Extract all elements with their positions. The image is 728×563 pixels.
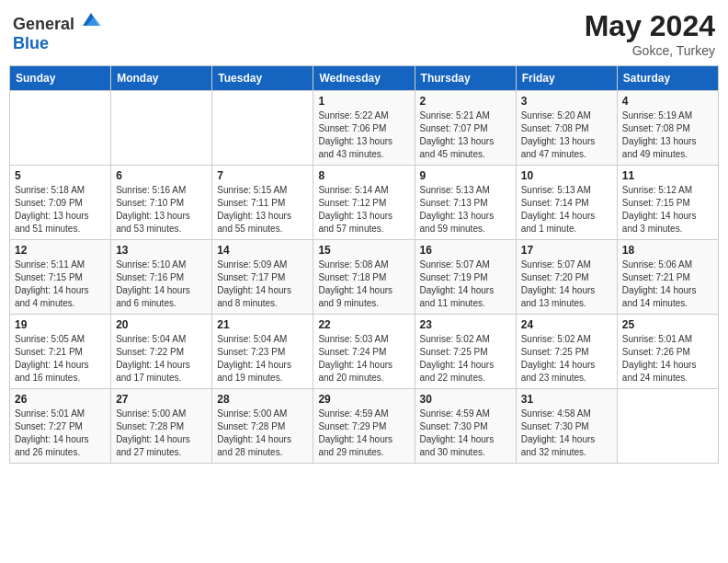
day-info: Sunrise: 5:00 AMSunset: 7:28 PMDaylight:… bbox=[116, 408, 207, 459]
calendar-cell: 22Sunrise: 5:03 AMSunset: 7:24 PMDayligh… bbox=[313, 315, 415, 389]
day-number: 15 bbox=[318, 244, 409, 257]
day-number: 19 bbox=[15, 318, 106, 331]
calendar-header: SundayMondayTuesdayWednesdayThursdayFrid… bbox=[10, 66, 719, 91]
logo-general: General bbox=[13, 15, 74, 33]
calendar-cell: 26Sunrise: 5:01 AMSunset: 7:27 PMDayligh… bbox=[10, 389, 111, 464]
calendar-cell: 25Sunrise: 5:01 AMSunset: 7:26 PMDayligh… bbox=[617, 315, 718, 389]
day-info: Sunrise: 5:13 AMSunset: 7:13 PMDaylight:… bbox=[420, 184, 511, 236]
day-info: Sunrise: 5:03 AMSunset: 7:24 PMDaylight:… bbox=[318, 333, 409, 385]
calendar-cell: 10Sunrise: 5:13 AMSunset: 7:14 PMDayligh… bbox=[516, 166, 617, 240]
calendar-week-row: 26Sunrise: 5:01 AMSunset: 7:27 PMDayligh… bbox=[10, 389, 719, 464]
day-info: Sunrise: 5:19 AMSunset: 7:08 PMDaylight:… bbox=[622, 109, 713, 161]
day-info: Sunrise: 5:14 AMSunset: 7:12 PMDaylight:… bbox=[318, 184, 409, 236]
calendar-cell: 31Sunrise: 4:58 AMSunset: 7:30 PMDayligh… bbox=[516, 389, 617, 464]
day-info: Sunrise: 5:22 AMSunset: 7:06 PMDaylight:… bbox=[318, 109, 409, 161]
day-number: 14 bbox=[217, 244, 308, 257]
calendar-week-row: 19Sunrise: 5:05 AMSunset: 7:21 PMDayligh… bbox=[10, 315, 719, 389]
day-info: Sunrise: 5:13 AMSunset: 7:14 PMDaylight:… bbox=[521, 184, 612, 236]
calendar-title: May 2024 bbox=[585, 9, 715, 43]
day-info: Sunrise: 5:07 AMSunset: 7:19 PMDaylight:… bbox=[420, 259, 511, 310]
day-number: 11 bbox=[622, 169, 713, 182]
day-info: Sunrise: 5:02 AMSunset: 7:25 PMDaylight:… bbox=[521, 333, 612, 385]
calendar-cell: 15Sunrise: 5:08 AMSunset: 7:18 PMDayligh… bbox=[313, 240, 415, 315]
day-info: Sunrise: 5:15 AMSunset: 7:11 PMDaylight:… bbox=[217, 184, 308, 236]
day-info: Sunrise: 5:11 AMSunset: 7:15 PMDaylight:… bbox=[15, 259, 106, 310]
weekday-header: Thursday bbox=[415, 66, 516, 91]
calendar-cell bbox=[617, 389, 718, 464]
calendar-cell: 6Sunrise: 5:16 AMSunset: 7:10 PMDaylight… bbox=[111, 166, 212, 240]
day-info: Sunrise: 5:16 AMSunset: 7:10 PMDaylight:… bbox=[116, 184, 207, 236]
weekday-header: Wednesday bbox=[313, 66, 415, 91]
day-info: Sunrise: 5:18 AMSunset: 7:09 PMDaylight:… bbox=[15, 184, 106, 236]
day-info: Sunrise: 4:59 AMSunset: 7:30 PMDaylight:… bbox=[420, 408, 511, 459]
calendar-cell: 28Sunrise: 5:00 AMSunset: 7:28 PMDayligh… bbox=[212, 389, 313, 464]
calendar-cell: 8Sunrise: 5:14 AMSunset: 7:12 PMDaylight… bbox=[313, 166, 415, 240]
calendar-table: SundayMondayTuesdayWednesdayThursdayFrid… bbox=[9, 65, 719, 464]
day-number: 10 bbox=[521, 169, 612, 182]
day-info: Sunrise: 5:20 AMSunset: 7:08 PMDaylight:… bbox=[521, 109, 612, 161]
day-number: 29 bbox=[318, 393, 409, 406]
calendar-cell: 29Sunrise: 4:59 AMSunset: 7:29 PMDayligh… bbox=[313, 389, 415, 464]
calendar-week-row: 5Sunrise: 5:18 AMSunset: 7:09 PMDaylight… bbox=[10, 166, 719, 240]
calendar-cell: 27Sunrise: 5:00 AMSunset: 7:28 PMDayligh… bbox=[111, 389, 212, 464]
calendar-cell: 18Sunrise: 5:06 AMSunset: 7:21 PMDayligh… bbox=[617, 240, 718, 315]
day-number: 4 bbox=[622, 95, 713, 108]
calendar-cell: 2Sunrise: 5:21 AMSunset: 7:07 PMDaylight… bbox=[415, 91, 516, 166]
day-info: Sunrise: 5:00 AMSunset: 7:28 PMDaylight:… bbox=[217, 408, 308, 459]
day-info: Sunrise: 5:01 AMSunset: 7:26 PMDaylight:… bbox=[622, 333, 713, 385]
day-number: 28 bbox=[217, 393, 308, 406]
calendar-cell: 5Sunrise: 5:18 AMSunset: 7:09 PMDaylight… bbox=[10, 166, 111, 240]
day-number: 9 bbox=[420, 169, 511, 182]
calendar-cell: 19Sunrise: 5:05 AMSunset: 7:21 PMDayligh… bbox=[10, 315, 111, 389]
logo-icon bbox=[81, 9, 101, 29]
day-number: 6 bbox=[116, 169, 207, 182]
day-number: 16 bbox=[420, 244, 511, 257]
calendar-cell: 17Sunrise: 5:07 AMSunset: 7:20 PMDayligh… bbox=[516, 240, 617, 315]
calendar-cell: 11Sunrise: 5:12 AMSunset: 7:15 PMDayligh… bbox=[617, 166, 718, 240]
day-number: 8 bbox=[318, 169, 409, 182]
calendar-cell: 12Sunrise: 5:11 AMSunset: 7:15 PMDayligh… bbox=[10, 240, 111, 315]
calendar-cell: 21Sunrise: 5:04 AMSunset: 7:23 PMDayligh… bbox=[212, 315, 313, 389]
calendar-body: 1Sunrise: 5:22 AMSunset: 7:06 PMDaylight… bbox=[10, 91, 719, 464]
weekday-header: Friday bbox=[516, 66, 617, 91]
calendar-cell: 30Sunrise: 4:59 AMSunset: 7:30 PMDayligh… bbox=[415, 389, 516, 464]
day-info: Sunrise: 5:04 AMSunset: 7:22 PMDaylight:… bbox=[116, 333, 207, 385]
day-number: 24 bbox=[521, 318, 612, 331]
calendar-cell: 3Sunrise: 5:20 AMSunset: 7:08 PMDaylight… bbox=[516, 91, 617, 166]
logo-text: General Blue bbox=[13, 9, 101, 53]
calendar-cell: 23Sunrise: 5:02 AMSunset: 7:25 PMDayligh… bbox=[415, 315, 516, 389]
day-info: Sunrise: 5:21 AMSunset: 7:07 PMDaylight:… bbox=[420, 109, 511, 161]
day-number: 5 bbox=[15, 169, 106, 182]
day-number: 20 bbox=[116, 318, 207, 331]
title-block: May 2024 Gokce, Turkey bbox=[585, 9, 715, 58]
calendar-cell: 1Sunrise: 5:22 AMSunset: 7:06 PMDaylight… bbox=[313, 91, 415, 166]
day-info: Sunrise: 5:04 AMSunset: 7:23 PMDaylight:… bbox=[217, 333, 308, 385]
weekday-header: Tuesday bbox=[212, 66, 313, 91]
day-number: 7 bbox=[217, 169, 308, 182]
day-number: 22 bbox=[318, 318, 409, 331]
day-number: 18 bbox=[622, 244, 713, 257]
day-info: Sunrise: 4:58 AMSunset: 7:30 PMDaylight:… bbox=[521, 408, 612, 459]
calendar-cell: 24Sunrise: 5:02 AMSunset: 7:25 PMDayligh… bbox=[516, 315, 617, 389]
day-number: 17 bbox=[521, 244, 612, 257]
calendar-cell: 9Sunrise: 5:13 AMSunset: 7:13 PMDaylight… bbox=[415, 166, 516, 240]
day-info: Sunrise: 5:02 AMSunset: 7:25 PMDaylight:… bbox=[420, 333, 511, 385]
day-number: 31 bbox=[521, 393, 612, 406]
calendar-week-row: 1Sunrise: 5:22 AMSunset: 7:06 PMDaylight… bbox=[10, 91, 719, 166]
day-info: Sunrise: 5:10 AMSunset: 7:16 PMDaylight:… bbox=[116, 259, 207, 310]
day-info: Sunrise: 5:01 AMSunset: 7:27 PMDaylight:… bbox=[15, 408, 106, 459]
calendar-cell bbox=[10, 91, 111, 166]
day-info: Sunrise: 5:07 AMSunset: 7:20 PMDaylight:… bbox=[521, 259, 612, 310]
calendar-cell: 14Sunrise: 5:09 AMSunset: 7:17 PMDayligh… bbox=[212, 240, 313, 315]
calendar-cell: 4Sunrise: 5:19 AMSunset: 7:08 PMDaylight… bbox=[617, 91, 718, 166]
calendar-cell: 16Sunrise: 5:07 AMSunset: 7:19 PMDayligh… bbox=[415, 240, 516, 315]
day-info: Sunrise: 5:05 AMSunset: 7:21 PMDaylight:… bbox=[15, 333, 106, 385]
day-number: 27 bbox=[116, 393, 207, 406]
page-header: General Blue May 2024 Gokce, Turkey bbox=[9, 9, 719, 58]
day-number: 30 bbox=[420, 393, 511, 406]
day-info: Sunrise: 5:09 AMSunset: 7:17 PMDaylight:… bbox=[217, 259, 308, 310]
logo-blue: Blue bbox=[13, 34, 49, 52]
weekday-header: Sunday bbox=[10, 66, 111, 91]
day-number: 12 bbox=[15, 244, 106, 257]
day-number: 26 bbox=[15, 393, 106, 406]
